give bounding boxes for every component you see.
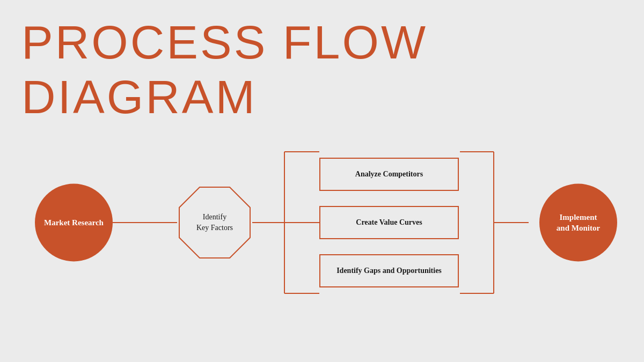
analyze-competitors-box: Analyze Competitors: [319, 158, 459, 191]
identify-gaps-opportunities-box: Identify Gaps and Opportunities: [319, 254, 459, 287]
identify-key-factors-octagon: Identify Key Factors: [177, 185, 252, 260]
create-value-curves-box: Create Value Curves: [319, 206, 459, 239]
market-research-circle: Market Research: [35, 184, 113, 262]
implement-monitor-circle: Implement and Monitor: [539, 184, 617, 262]
process-boxes: Analyze Competitors Create Value Curves …: [319, 158, 459, 287]
